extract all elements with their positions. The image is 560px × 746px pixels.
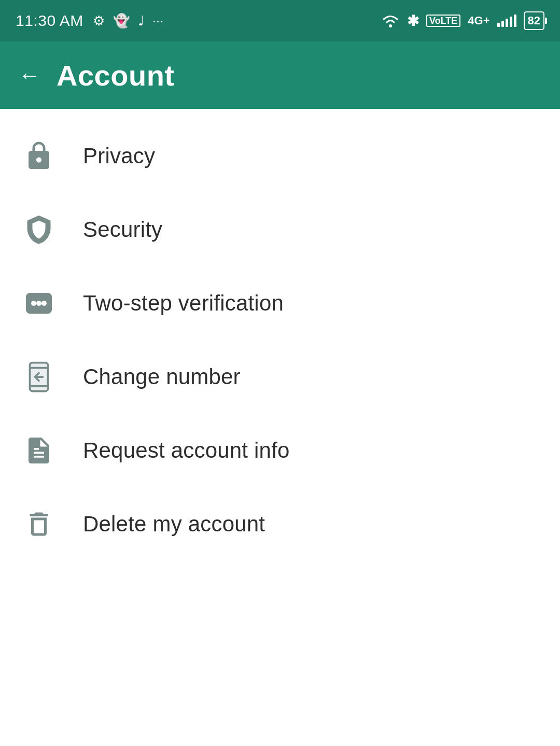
status-time: 11:30 AM — [16, 12, 83, 30]
battery-indicator: 82 — [524, 11, 544, 30]
menu-list: Privacy Security Two-step verification — [0, 109, 560, 571]
privacy-label: Privacy — [83, 144, 155, 168]
dots-icon: ··· — [152, 13, 164, 29]
ghost-icon: 👻 — [113, 13, 130, 29]
battery-level: 82 — [528, 14, 540, 27]
music-icon: ♩ — [138, 13, 144, 29]
delete-account-label: Delete my account — [83, 512, 265, 537]
menu-item-change-number[interactable]: Change number — [0, 340, 560, 414]
change-number-label: Change number — [83, 364, 241, 389]
document-icon — [21, 432, 57, 469]
bluetooth-icon: ✱ — [407, 12, 419, 30]
svg-point-2 — [31, 301, 36, 306]
status-icons-left: ⚙ 👻 ♩ ··· — [93, 13, 164, 29]
network-type: 4G+ — [468, 14, 489, 27]
two-step-icon — [21, 285, 57, 321]
status-bar: 11:30 AM ⚙ 👻 ♩ ··· ✱ VoLTE 4G+ — [0, 0, 560, 41]
svg-point-0 — [389, 24, 392, 27]
volte-badge: VoLTE — [426, 15, 460, 27]
status-left: 11:30 AM ⚙ 👻 ♩ ··· — [16, 12, 163, 30]
svg-point-3 — [36, 301, 41, 306]
signal-bar-1 — [497, 23, 500, 27]
security-label: Security — [83, 217, 162, 242]
trash-icon — [21, 506, 57, 542]
signal-bars — [497, 15, 516, 27]
back-button[interactable]: ← — [18, 62, 41, 88]
status-icons-right: ✱ VoLTE 4G+ 82 — [381, 11, 544, 30]
signal-bar-5 — [514, 15, 516, 27]
page-header: ← Account — [0, 41, 560, 109]
request-info-label: Request account info — [83, 438, 290, 463]
svg-point-4 — [41, 301, 47, 306]
change-number-icon — [21, 359, 57, 395]
wifi-icon — [381, 13, 400, 28]
menu-item-delete-account[interactable]: Delete my account — [0, 487, 560, 561]
signal-bar-3 — [506, 19, 508, 27]
two-step-label: Two-step verification — [83, 291, 284, 316]
lock-icon — [21, 138, 57, 174]
page-title: Account — [57, 59, 175, 92]
menu-item-two-step[interactable]: Two-step verification — [0, 266, 560, 340]
menu-item-privacy[interactable]: Privacy — [0, 119, 560, 193]
signal-bar-4 — [510, 17, 512, 27]
shield-icon — [21, 212, 57, 248]
menu-item-request-info[interactable]: Request account info — [0, 414, 560, 487]
signal-bar-2 — [501, 21, 504, 27]
menu-item-security[interactable]: Security — [0, 193, 560, 266]
gear-icon: ⚙ — [93, 13, 105, 29]
